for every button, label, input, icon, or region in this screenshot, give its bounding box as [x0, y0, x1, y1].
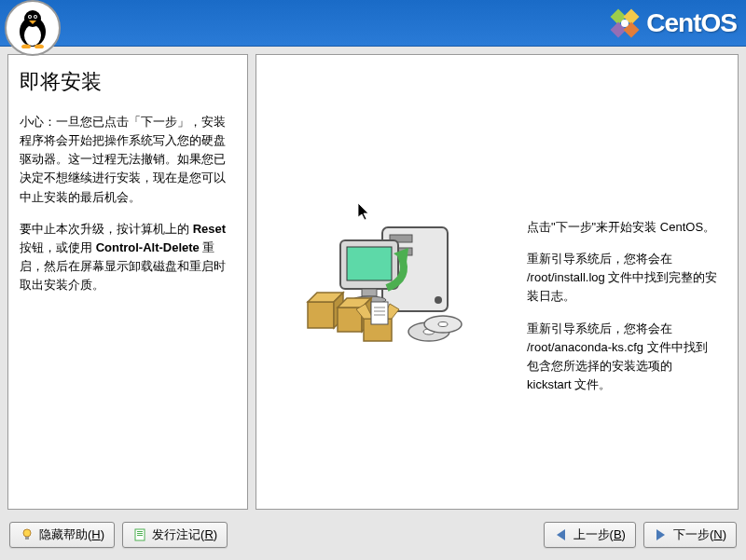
bulb-icon [20, 527, 35, 542]
svg-rect-24 [308, 302, 334, 328]
penguin-icon [14, 7, 51, 48]
centos-logo: CentOS [609, 7, 737, 39]
svg-rect-44 [137, 531, 143, 532]
info-line-3: 重新引导系统后，您将会在 /root/anaconda-ks.cfg 文件中找到… [527, 320, 719, 395]
installer-header: CentOS [0, 0, 746, 47]
svg-rect-20 [347, 247, 392, 280]
content-panel: 点击"下一步"来开始安装 CentOS。 重新引导系统后，您将会在 /root/… [256, 54, 739, 510]
info-line-2: 重新引导系统后，您将会在 /root/install.log 文件中找到完整的安… [527, 250, 719, 306]
svg-rect-46 [137, 535, 143, 536]
triangle-right-icon [654, 527, 669, 542]
svg-rect-33 [371, 302, 388, 324]
install-info: 点击"下一步"来开始安装 CentOS。 重新引导系统后，您将会在 /root/… [527, 218, 719, 407]
info-line-1: 点击"下一步"来开始安装 CentOS。 [527, 218, 719, 237]
svg-rect-45 [137, 533, 143, 534]
svg-point-6 [35, 16, 36, 18]
svg-point-18 [435, 296, 442, 304]
brand-text: CentOS [646, 8, 737, 38]
mouse-cursor-icon [358, 203, 371, 222]
svg-point-5 [29, 16, 31, 18]
centos-emblem-icon [609, 7, 641, 39]
svg-point-1 [24, 25, 41, 46]
notes-icon [132, 527, 147, 542]
svg-point-14 [621, 20, 629, 27]
svg-point-41 [23, 529, 31, 537]
main-area: 即将安装 小心：一旦您已点击「下一步」，安装程序将会开始把操作系统写入您的硬盘驱… [0, 47, 746, 517]
install-illustration-icon [298, 199, 466, 348]
help-paragraph-2: 要中止本次升级，按计算机上的 Reset 按钮，或使用 Control-Alt-… [20, 220, 236, 295]
svg-marker-47 [358, 203, 368, 220]
back-button[interactable]: 上一步(B) [544, 522, 636, 548]
next-button[interactable]: 下一步(N) [643, 522, 737, 548]
help-title: 即将安装 [20, 68, 236, 96]
footer-toolbar: 隐藏帮助(H) 发行注记(R) 上一步(B) 下一步(N) [0, 517, 746, 553]
svg-point-2 [24, 10, 41, 27]
hide-help-button[interactable]: 隐藏帮助(H) [9, 522, 115, 548]
svg-rect-42 [25, 537, 29, 540]
help-sidebar: 即将安装 小心：一旦您已点击「下一步」，安装程序将会开始把操作系统写入您的硬盘驱… [7, 54, 248, 510]
triangle-left-icon [554, 527, 569, 542]
release-notes-button[interactable]: 发行注记(R) [122, 522, 228, 548]
penguin-badge [5, 0, 61, 56]
svg-point-40 [438, 322, 448, 327]
help-paragraph-1: 小心：一旦您已点击「下一步」，安装程序将会开始把操作系统写入您的硬盘驱动器。这一… [20, 113, 236, 207]
svg-rect-21 [362, 289, 377, 296]
